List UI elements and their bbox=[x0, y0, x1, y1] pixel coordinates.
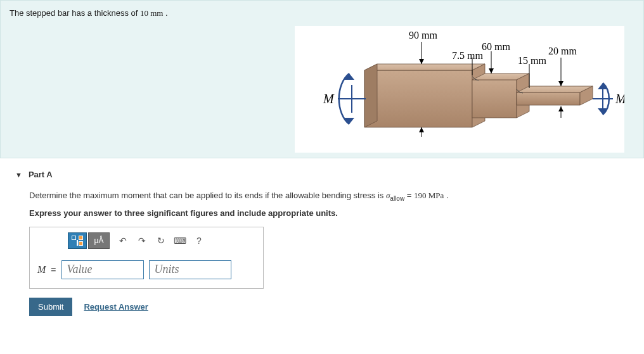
svg-marker-6 bbox=[517, 92, 580, 105]
figure-container: 90 mm 60 mm 7.5 mm 20 mm 15 mm M M bbox=[295, 26, 624, 153]
answer-variable-label: M bbox=[37, 264, 46, 275]
value-input[interactable] bbox=[61, 260, 144, 279]
dim-60: 60 mm bbox=[482, 41, 510, 52]
problem-value: 10 mm bbox=[140, 8, 163, 18]
question-prefix: Determine the maximum moment that can be… bbox=[29, 191, 386, 200]
answer-equals: = bbox=[51, 265, 56, 275]
svg-marker-7 bbox=[517, 86, 593, 92]
units-input[interactable] bbox=[149, 260, 231, 279]
moment-label-right: M bbox=[615, 92, 624, 106]
special-chars-button[interactable]: μÅ bbox=[88, 232, 110, 249]
sigma-subscript: allow bbox=[390, 195, 404, 202]
submit-button[interactable]: Submit bbox=[29, 298, 72, 316]
svg-marker-3 bbox=[472, 80, 517, 118]
redo-button[interactable]: ↷ bbox=[132, 232, 151, 249]
dim-90: 90 mm bbox=[409, 30, 437, 41]
answer-toolbar: μÅ ↶ ↷ ↻ ⌨ ? bbox=[30, 227, 263, 254]
dim-20: 20 mm bbox=[548, 46, 577, 56]
problem-suffix: . bbox=[163, 8, 167, 18]
svg-marker-24 bbox=[558, 81, 564, 86]
svg-marker-29 bbox=[558, 106, 564, 111]
question-text: Determine the maximum moment that can be… bbox=[29, 191, 629, 202]
dim-15: 15 mm bbox=[518, 55, 546, 66]
dim-7-5: 7.5 mm bbox=[452, 50, 483, 61]
collapse-caret-icon[interactable]: ▼ bbox=[15, 171, 22, 179]
svg-marker-27 bbox=[419, 127, 424, 132]
problem-prefix: The stepped bar has a thickness of bbox=[10, 8, 140, 18]
submit-row: Submit Request Answer bbox=[29, 298, 629, 316]
instructions-text: Express your answer to three significant… bbox=[29, 208, 629, 218]
question-suffix: . bbox=[444, 191, 448, 200]
part-body: Determine the maximum moment that can be… bbox=[15, 191, 629, 316]
svg-marker-1 bbox=[364, 64, 485, 70]
moment-label-left: M bbox=[323, 92, 335, 106]
part-title: Part A bbox=[29, 170, 53, 179]
undo-button[interactable]: ↶ bbox=[113, 232, 132, 249]
part-header: ▼ Part A bbox=[15, 170, 629, 179]
figure-svg: 90 mm 60 mm 7.5 mm 20 mm 15 mm M M bbox=[295, 26, 624, 153]
reset-button[interactable]: ↻ bbox=[151, 232, 171, 249]
keyboard-button[interactable]: ⌨ bbox=[171, 232, 190, 249]
equals-sign: = bbox=[404, 191, 414, 200]
problem-statement-panel: The stepped bar has a thickness of 10 mm… bbox=[0, 0, 644, 158]
svg-marker-0 bbox=[364, 70, 472, 127]
svg-marker-21 bbox=[489, 68, 494, 73]
svg-marker-9 bbox=[364, 64, 377, 127]
help-button[interactable]: ? bbox=[190, 232, 209, 249]
part-a-section: ▼ Part A Determine the maximum moment th… bbox=[0, 158, 644, 322]
templates-icon bbox=[72, 236, 83, 246]
sigma-value: 190 MPa bbox=[414, 191, 444, 200]
answer-box: μÅ ↶ ↷ ↻ ⌨ ? M = bbox=[29, 227, 264, 289]
problem-text: The stepped bar has a thickness of 10 mm… bbox=[10, 8, 634, 18]
svg-marker-19 bbox=[419, 59, 424, 64]
request-answer-link[interactable]: Request Answer bbox=[84, 302, 148, 312]
answer-input-row: M = bbox=[30, 254, 263, 288]
templates-button[interactable] bbox=[68, 232, 87, 249]
